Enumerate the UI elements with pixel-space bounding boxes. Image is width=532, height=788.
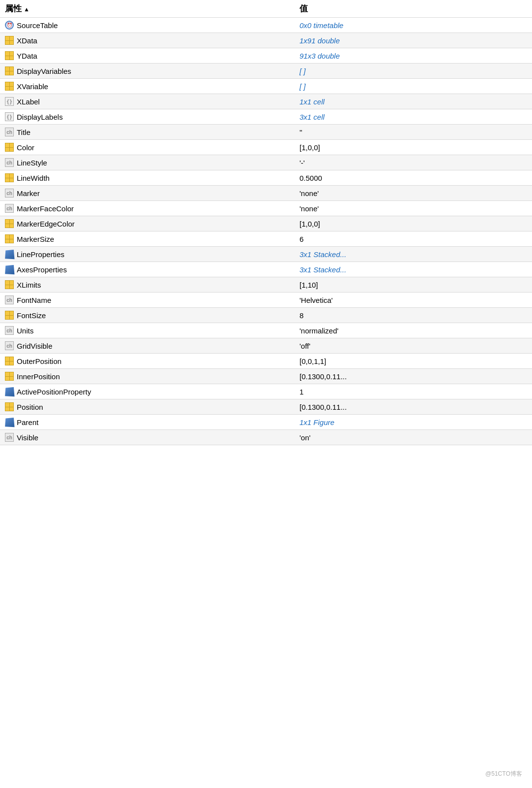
table-row[interactable]: chGridVisible'off' — [0, 338, 532, 354]
ch-icon: ch — [5, 326, 14, 335]
val-text: 1x1 Figure — [299, 418, 334, 427]
grid-icon — [5, 66, 14, 75]
prop-cell[interactable]: AxesProperties — [0, 262, 293, 277]
table-row[interactable]: XVariable[ ] — [0, 79, 532, 94]
grid-icon — [5, 402, 14, 411]
prop-cell[interactable]: MarkerSize — [0, 231, 293, 247]
prop-cell[interactable]: YData — [0, 48, 293, 64]
sort-icon: ▲ — [24, 6, 30, 13]
table-row[interactable]: chMarker'none' — [0, 186, 532, 201]
val-text: 'none' — [299, 204, 319, 213]
prop-cell[interactable]: Color — [0, 140, 293, 155]
ch-icon: ch — [5, 158, 14, 167]
table-row[interactable]: chTitle'' — [0, 125, 532, 140]
table-row[interactable]: Parent1x1 Figure — [0, 415, 532, 430]
table-row[interactable]: chUnits'normalized' — [0, 323, 532, 338]
val-column-header[interactable]: 值 — [293, 0, 532, 18]
prop-cell[interactable]: InnerPosition — [0, 369, 293, 384]
table-row[interactable]: LineProperties3x1 Stacked... — [0, 247, 532, 262]
table-row[interactable]: chVisible'on' — [0, 430, 532, 445]
val-text: 8 — [299, 311, 303, 320]
val-cell: [ ] — [293, 64, 532, 79]
grid-icon — [5, 372, 14, 381]
table-row[interactable]: XData1x91 double — [0, 33, 532, 48]
prop-cell[interactable]: XVariable — [0, 79, 293, 94]
table-row[interactable]: {}XLabel1x1 cell — [0, 94, 532, 109]
val-cell: 1 — [293, 384, 532, 399]
val-text: 6 — [299, 235, 303, 243]
prop-cell[interactable]: chMarker — [0, 186, 293, 201]
val-cell: 'on' — [293, 430, 532, 445]
val-cell: [1,0,0] — [293, 216, 532, 231]
val-text: 'off' — [299, 342, 310, 350]
prop-cell[interactable]: chGridVisible — [0, 338, 293, 354]
ch-icon: ch — [5, 128, 14, 136]
val-text: 'on' — [299, 433, 310, 442]
table-row[interactable]: {}DisplayLabels3x1 cell — [0, 109, 532, 125]
prop-cell[interactable]: DisplayVariables — [0, 64, 293, 79]
prop-cell[interactable]: ⏰SourceTable — [0, 18, 293, 33]
prop-cell[interactable]: chUnits — [0, 323, 293, 338]
prop-cell[interactable]: chVisible — [0, 430, 293, 445]
prop-name: Parent — [17, 418, 38, 427]
table-row[interactable]: chMarkerFaceColor'none' — [0, 201, 532, 216]
val-cell: 'none' — [293, 186, 532, 201]
prop-cell[interactable]: {}DisplayLabels — [0, 109, 293, 125]
cube-icon — [5, 418, 14, 427]
val-cell: 91x3 double — [293, 48, 532, 64]
prop-cell[interactable]: Position — [0, 399, 293, 415]
prop-name: XData — [17, 36, 37, 45]
table-row[interactable]: FontSize8 — [0, 308, 532, 323]
val-text: 1 — [299, 388, 303, 396]
val-text: 3x1 cell — [299, 113, 325, 121]
table-row[interactable]: ActivePositionProperty1 — [0, 384, 532, 399]
val-text: 1x91 double — [299, 36, 340, 45]
prop-cell[interactable]: MarkerEdgeColor — [0, 216, 293, 231]
prop-cell[interactable]: chTitle — [0, 125, 293, 140]
table-row[interactable]: AxesProperties3x1 Stacked... — [0, 262, 532, 277]
table-row[interactable]: chFontName'Helvetica' — [0, 293, 532, 308]
table-row[interactable]: MarkerEdgeColor[1,0,0] — [0, 216, 532, 231]
table-row[interactable]: MarkerSize6 — [0, 231, 532, 247]
table-row[interactable]: Color[1,0,0] — [0, 140, 532, 155]
prop-cell[interactable]: LineWidth — [0, 170, 293, 186]
prop-name: XLabel — [17, 98, 40, 106]
prop-cell[interactable]: LineProperties — [0, 247, 293, 262]
val-text: 'normalized' — [299, 327, 338, 335]
prop-name: Title — [17, 128, 31, 136]
table-header: 属性▲ 值 — [0, 0, 532, 18]
val-text: [1,0,0] — [299, 143, 320, 152]
val-cell: [1,10] — [293, 277, 532, 293]
prop-name: DisplayVariables — [17, 67, 71, 75]
val-text: [1,0,0] — [299, 220, 320, 228]
prop-cell[interactable]: XData — [0, 33, 293, 48]
prop-column-header[interactable]: 属性▲ — [0, 0, 293, 18]
prop-cell[interactable]: chFontName — [0, 293, 293, 308]
table-row[interactable]: LineWidth0.5000 — [0, 170, 532, 186]
prop-cell[interactable]: XLimits — [0, 277, 293, 293]
prop-name: DisplayLabels — [17, 113, 63, 121]
prop-cell[interactable]: chLineStyle — [0, 155, 293, 170]
table-row[interactable]: OuterPosition[0,0,1,1] — [0, 354, 532, 369]
table-row[interactable]: InnerPosition[0.1300,0.11... — [0, 369, 532, 384]
ch-icon: ch — [5, 433, 14, 442]
prop-cell[interactable]: Parent — [0, 415, 293, 430]
table-row[interactable]: chLineStyle'-' — [0, 155, 532, 170]
table-row[interactable]: XLimits[1,10] — [0, 277, 532, 293]
table-row[interactable]: ⏰SourceTable0x0 timetable — [0, 18, 532, 33]
prop-cell[interactable]: chMarkerFaceColor — [0, 201, 293, 216]
table-row[interactable]: YData91x3 double — [0, 48, 532, 64]
prop-cell[interactable]: ActivePositionProperty — [0, 384, 293, 399]
prop-name: LineProperties — [17, 250, 65, 259]
table-row[interactable]: DisplayVariables[ ] — [0, 64, 532, 79]
val-text: 3x1 Stacked... — [299, 250, 346, 259]
prop-name: Visible — [17, 433, 38, 442]
prop-cell[interactable]: FontSize — [0, 308, 293, 323]
val-text: 0x0 timetable — [299, 21, 343, 30]
prop-cell[interactable]: OuterPosition — [0, 354, 293, 369]
val-cell: [1,0,0] — [293, 140, 532, 155]
val-cell: 'none' — [293, 201, 532, 216]
prop-cell[interactable]: {}XLabel — [0, 94, 293, 109]
table-row[interactable]: Position[0.1300,0.11... — [0, 399, 532, 415]
val-cell: '-' — [293, 155, 532, 170]
